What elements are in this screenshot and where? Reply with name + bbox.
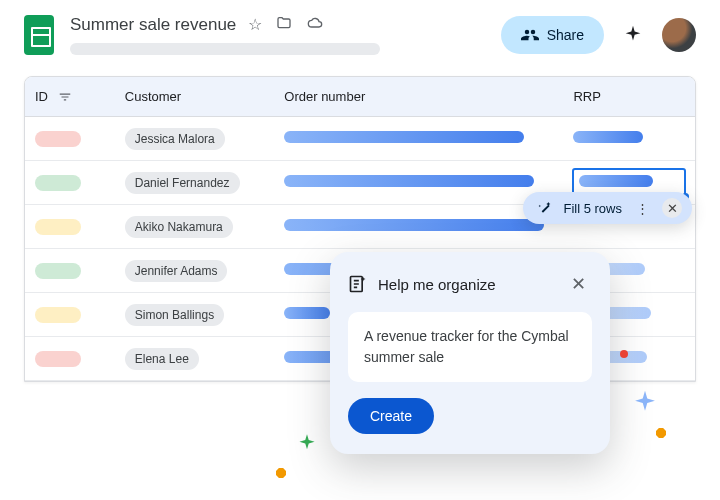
rrp-value-bar [579, 175, 653, 187]
status-pill [35, 219, 81, 235]
table-row[interactable]: Jessica Malora [25, 117, 695, 161]
toolbar-placeholder [70, 43, 380, 55]
sparkle-decoration [294, 432, 320, 458]
filter-icon[interactable] [58, 90, 72, 104]
sparkle-decoration [628, 388, 662, 422]
status-pill [35, 263, 81, 279]
table-header: ID Customer Order number RRP [25, 77, 695, 117]
more-icon[interactable]: ⋮ [632, 198, 652, 218]
col-order-label[interactable]: Order number [274, 77, 563, 116]
sparkle-decoration [276, 468, 286, 478]
share-button[interactable]: Share [501, 16, 604, 54]
col-customer-label[interactable]: Customer [115, 77, 275, 116]
organize-icon [348, 274, 368, 294]
col-id-label[interactable]: ID [35, 89, 48, 104]
customer-chip[interactable]: Simon Ballings [125, 304, 224, 326]
sheets-app-icon [24, 15, 54, 55]
order-value-bar [284, 219, 544, 231]
organize-prompt-input[interactable]: A revenue tracker for the Cymbal summer … [348, 312, 592, 382]
customer-chip[interactable]: Akiko Nakamura [125, 216, 233, 238]
wand-icon [537, 200, 553, 216]
account-avatar[interactable] [662, 18, 696, 52]
help-me-organize-card: Help me organize ✕ A revenue tracker for… [330, 252, 610, 454]
status-pill [35, 175, 81, 191]
status-pill [35, 307, 81, 323]
customer-chip[interactable]: Jennifer Adams [125, 260, 228, 282]
order-value-bar [284, 307, 330, 319]
svg-point-3 [620, 350, 628, 358]
create-button[interactable]: Create [348, 398, 434, 434]
close-icon[interactable]: ✕ [662, 198, 682, 218]
close-icon[interactable]: ✕ [564, 270, 592, 298]
customer-chip[interactable]: Daniel Fernandez [125, 172, 240, 194]
smart-fill-chip[interactable]: Fill 5 rows ⋮ ✕ [523, 192, 692, 224]
svg-rect-2 [656, 428, 666, 438]
star-icon[interactable]: ☆ [248, 15, 262, 35]
sparkle-decoration [620, 350, 628, 358]
sparkle-decoration [656, 428, 666, 438]
order-value-bar [284, 131, 524, 143]
move-folder-icon[interactable] [276, 15, 292, 35]
status-pill [35, 351, 81, 367]
customer-chip[interactable]: Elena Lee [125, 348, 199, 370]
col-rrp-label[interactable]: RRP [563, 77, 695, 116]
people-icon [521, 26, 539, 44]
cloud-status-icon[interactable] [306, 15, 324, 35]
share-label: Share [547, 27, 584, 43]
organize-title: Help me organize [378, 276, 554, 293]
svg-rect-1 [276, 468, 286, 478]
gemini-icon[interactable] [622, 24, 644, 46]
doc-title[interactable]: Summer sale revenue [70, 15, 236, 35]
smart-fill-label: Fill 5 rows [563, 201, 622, 216]
order-value-bar [284, 175, 534, 187]
customer-chip[interactable]: Jessica Malora [125, 128, 225, 150]
status-pill [35, 131, 81, 147]
rrp-value-bar [573, 131, 643, 143]
